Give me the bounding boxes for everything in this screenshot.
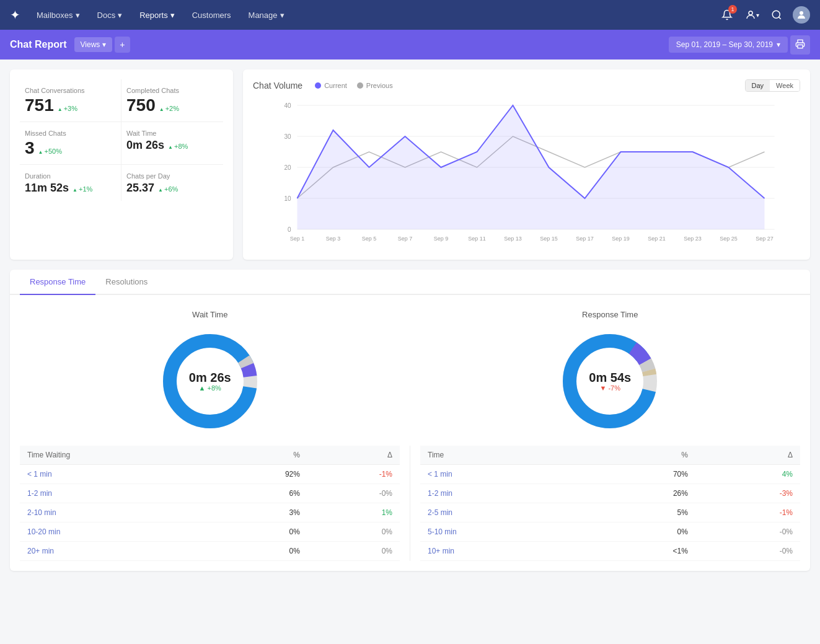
svg-text:20: 20 [284, 164, 291, 171]
svg-text:Sep 5: Sep 5 [362, 236, 377, 242]
svg-rect-4 [798, 45, 803, 48]
search-button[interactable] [768, 6, 785, 24]
wt-row-delta: -1% [307, 465, 400, 484]
tab-resolutions[interactable]: Resolutions [95, 270, 157, 295]
svg-line-2 [778, 17, 780, 19]
svg-marker-15 [298, 105, 765, 229]
svg-text:Sep 17: Sep 17 [576, 236, 594, 242]
chart-legend: Current Previous [315, 82, 392, 89]
toggle-day-button[interactable]: Day [746, 80, 770, 91]
svg-text:Sep 27: Sep 27 [756, 236, 774, 242]
rt-row-label[interactable]: 5-10 min [420, 523, 584, 542]
user-avatar[interactable] [793, 6, 810, 24]
wt-row-pct: 6% [209, 484, 307, 503]
wait-time-title: Wait Time [192, 310, 227, 319]
tables-row: Time Waiting % Δ < 1 min92%-1%1-2 min6%-… [10, 446, 810, 571]
stat-wait-time: Wait Time 0m 26s +8% [121, 122, 223, 165]
rt-row-label[interactable]: 1-2 min [420, 484, 584, 503]
svg-text:0: 0 [288, 226, 291, 233]
svg-point-0 [749, 11, 752, 15]
wt-row-delta: 0% [307, 542, 400, 561]
response-time-table: Time % Δ < 1 min70%4%1-2 min26%-3%2-5 mi… [420, 446, 800, 561]
logo[interactable]: ✦ [10, 7, 20, 22]
nav-mailboxes[interactable]: Mailboxes ▾ [30, 7, 86, 24]
stat-chat-conversations: Chat Conversations 751 +3% [20, 79, 121, 122]
svg-text:Sep 13: Sep 13 [504, 236, 522, 242]
chart-svg-container: 40 30 20 10 0 Sep 1 Sep 3 Sep 5 Sep 7 [253, 99, 800, 250]
response-time-change: ▼ -7% [589, 384, 631, 392]
wt-row-label[interactable]: 2-10 min [20, 503, 209, 523]
svg-text:10: 10 [284, 195, 291, 202]
wt-row-pct: 0% [209, 542, 307, 561]
svg-point-1 [772, 11, 780, 18]
svg-text:Sep 25: Sep 25 [720, 236, 738, 242]
wait-time-table-section: Time Waiting % Δ < 1 min92%-1%1-2 min6%-… [10, 446, 410, 561]
rt-row-label[interactable]: 2-5 min [420, 503, 584, 523]
svg-text:Sep 19: Sep 19 [612, 236, 630, 242]
top-navigation: ✦ Mailboxes ▾ Docs ▾ Reports ▾ Customers… [0, 0, 820, 30]
rt-row-delta: -1% [695, 503, 800, 523]
nav-docs[interactable]: Docs ▾ [91, 7, 129, 24]
svg-text:Sep 1: Sep 1 [290, 236, 305, 242]
svg-text:40: 40 [284, 102, 291, 109]
wait-time-change: ▲ +8% [189, 384, 231, 392]
rt-row-delta: 4% [695, 465, 800, 484]
wait-time-section: Wait Time 0m 26s [10, 310, 410, 431]
donuts-row: Wait Time 0m 26s [10, 295, 810, 446]
stat-change-conversations: +3% [58, 105, 77, 112]
rt-row-pct: 26% [584, 484, 695, 503]
toggle-week-button[interactable]: Week [770, 80, 800, 91]
wt-row-delta: 1% [307, 503, 400, 523]
table-row: 10-20 min0%0% [20, 523, 400, 542]
rt-row-pct: 0% [584, 523, 695, 542]
svg-text:Sep 23: Sep 23 [684, 236, 702, 242]
nav-manage[interactable]: Manage ▾ [242, 7, 291, 24]
main-content: Chat Conversations 751 +3% Completed Cha… [0, 60, 820, 591]
chart-toggle: Day Week [745, 79, 800, 92]
svg-text:Sep 21: Sep 21 [648, 236, 666, 242]
table-row: 2-5 min5%-1% [420, 503, 800, 523]
rt-row-pct: <1% [584, 542, 695, 561]
response-time-title: Response Time [582, 310, 638, 319]
wt-col-delta: Δ [307, 446, 400, 465]
svg-text:Sep 15: Sep 15 [540, 236, 558, 242]
nav-reports[interactable]: Reports ▾ [133, 7, 181, 24]
account-menu-button[interactable]: ▾ [743, 6, 760, 24]
legend-current: Current [315, 82, 347, 89]
legend-current-dot [315, 82, 321, 89]
print-button[interactable] [790, 35, 810, 55]
wt-row-label[interactable]: 1-2 min [20, 484, 209, 503]
nav-customers[interactable]: Customers [186, 7, 237, 24]
views-button[interactable]: Views ▾ [74, 37, 113, 52]
stats-chart-row: Chat Conversations 751 +3% Completed Cha… [10, 69, 810, 260]
stat-change-per-day: +6% [158, 185, 178, 193]
date-range-button[interactable]: Sep 01, 2019 – Sep 30, 2019 ▾ [669, 37, 788, 53]
wt-col-pct: % [209, 446, 307, 465]
table-row: 1-2 min6%-0% [20, 484, 400, 503]
stats-grid: Chat Conversations 751 +3% Completed Cha… [20, 79, 223, 201]
svg-point-3 [800, 11, 803, 15]
stat-change-duration: +1% [73, 185, 92, 193]
rt-row-label[interactable]: 10+ min [420, 542, 584, 561]
wt-row-delta: 0% [307, 523, 400, 542]
wt-row-label[interactable]: < 1 min [20, 465, 209, 484]
notifications-button[interactable]: 1 [718, 6, 736, 24]
table-row: 10+ min<1%-0% [420, 542, 800, 561]
table-row: < 1 min92%-1% [20, 465, 400, 484]
response-time-donut: 0m 54s ▼ -7% [560, 332, 659, 431]
svg-text:Sep 11: Sep 11 [468, 236, 486, 242]
legend-previous: Previous [357, 82, 393, 89]
wt-row-label[interactable]: 20+ min [20, 542, 209, 561]
table-row: 5-10 min0%-0% [420, 523, 800, 542]
legend-previous-dot [357, 82, 363, 89]
tab-response-time[interactable]: Response Time [20, 270, 95, 295]
stat-completed-chats: Completed Chats 750 +2% [121, 79, 223, 122]
svg-text:Sep 3: Sep 3 [326, 236, 341, 242]
chart-header: Chat Volume Current Previous Day Week [253, 79, 800, 92]
wait-time-donut: 0m 26s ▲ +8% [161, 332, 260, 431]
rt-row-label[interactable]: < 1 min [420, 465, 584, 484]
add-view-button[interactable]: + [115, 37, 130, 53]
tabs-header: Response Time Resolutions [10, 270, 810, 295]
table-row: 1-2 min26%-3% [420, 484, 800, 503]
wt-row-label[interactable]: 10-20 min [20, 523, 209, 542]
